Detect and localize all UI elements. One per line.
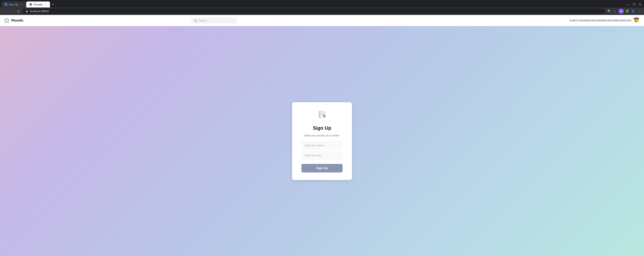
search-placeholder: Search [199,19,207,22]
logo-icon [4,17,10,23]
signup-illustration [317,110,327,120]
address-text: localhost:3000/# [30,10,49,13]
account-icon[interactable]: 👤 [630,8,636,14]
bookmark-icon[interactable]: ☆ [612,8,618,14]
user-avatar[interactable]: 🤠 [634,17,640,24]
photolla-favicon: P [29,3,32,6]
svg-marker-0 [4,18,9,23]
address-bar[interactable]: 🔒 localhost:3000/# [22,8,605,14]
window-controls: — ❐ ✕ [625,2,642,7]
bio-input[interactable] [302,151,342,159]
browser-chrome: 🔵 New Tab × P Photolla × + — ❐ ✕ ‹ › ↻ 🔒… [0,0,644,15]
close-window-button[interactable]: ✕ [637,2,642,7]
tab-photolla-label: Photolla [34,3,42,6]
tab-photolla-close[interactable]: × [44,3,47,6]
search-icon[interactable]: 🔍 [606,8,612,14]
search-icon: 🔍 [194,19,197,22]
browser-nav-bar: ‹ › ↻ 🔒 localhost:3000/# 🔍 ☆ A 🧩 👤 ⋮ [0,7,644,15]
inputs-group [302,141,342,159]
extensions-icon[interactable]: 🧩 [624,8,630,14]
refresh-button[interactable]: ↻ [16,8,21,14]
main-content: Sign Up Start your journey as a creator … [0,26,644,256]
lock-icon: 🔒 [26,10,28,12]
new-tab-favicon: 🔵 [4,3,8,6]
search-bar[interactable]: 🔍 Search [191,17,238,23]
signup-title: Sign Up [313,125,331,131]
app-header: Photolla 🔍 Search 0x8D721093E8DE484C948d… [0,15,644,26]
tab-new-tab[interactable]: 🔵 New Tab × [2,1,26,7]
tab-new-tab-close[interactable]: × [20,3,23,6]
svg-rect-2 [319,111,320,118]
logo-area: Photolla [4,17,23,23]
menu-icon[interactable]: ⋮ [636,8,642,14]
tab-photolla[interactable]: P Photolla × [26,1,50,7]
minimize-button[interactable]: — [625,2,630,7]
forward-button[interactable]: › [9,8,14,14]
maximize-button[interactable]: ❐ [631,2,636,7]
signup-button[interactable]: Sign Up [302,164,342,172]
signup-icon [317,110,327,122]
name-input[interactable] [302,141,342,149]
tab-new-tab-label: New Tab [9,3,18,6]
signup-subtitle: Start your journey as a creator [304,134,340,137]
signup-card: Sign Up Start your journey as a creator … [292,102,352,180]
wallet-address: 0x8D721093E8DE484C948dB90248C56081CBE833… [570,19,631,22]
tab-bar: 🔵 New Tab × P Photolla × + — ❐ ✕ [0,0,644,7]
new-tab-button[interactable]: + [50,2,56,7]
header-right: 0x8D721093E8DE484C948dB90248C56081CBE833… [570,17,640,24]
profile-button[interactable]: A [618,8,624,14]
back-button[interactable]: ‹ [2,8,8,14]
logo-text: Photolla [11,18,23,22]
browser-actions: 🔍 ☆ A 🧩 👤 ⋮ [606,8,642,14]
